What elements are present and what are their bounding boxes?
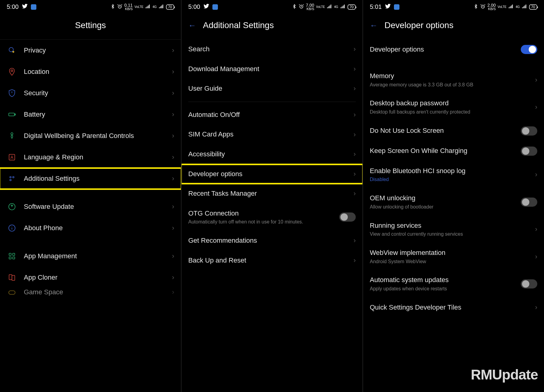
list-item-label: User Guide	[188, 84, 347, 93]
list-item[interactable]: Digital Wellbeing & Parental Controls ›	[0, 125, 181, 147]
page-header: ← Developer options	[363, 13, 544, 39]
settings-list[interactable]: Developer options Memory Average memory …	[363, 39, 544, 392]
list-item[interactable]: Get Recommendations ›	[182, 231, 362, 251]
list-item[interactable]: WebView implementation Android System We…	[363, 243, 544, 270]
list-item[interactable]: Search ›	[182, 39, 362, 59]
list-item[interactable]: SIM Card Apps ›	[182, 125, 362, 144]
list-item[interactable]: Security ›	[0, 82, 181, 104]
app-icon	[394, 4, 399, 10]
chevron-right-icon: ›	[535, 103, 537, 111]
cloner-icon	[7, 272, 17, 283]
list-item[interactable]: Running services View and control curren…	[363, 216, 544, 243]
page-header: Settings	[0, 13, 181, 39]
list-item[interactable]: Back Up and Reset ›	[182, 251, 362, 270]
svg-rect-39	[509, 7, 509, 8]
list-item[interactable]: Desktop backup password Desktop full bac…	[363, 93, 544, 121]
list-item[interactable]: OEM unlocking Allow unlocking of bootloa…	[363, 188, 544, 216]
svg-rect-27	[12, 275, 15, 280]
list-item-subtitle: Desktop full backups aren't currently pr…	[370, 109, 528, 115]
list-item[interactable]: Enable Bluetooth HCI snoop log Disabled …	[363, 161, 544, 188]
list-item-label: Search	[188, 45, 347, 54]
svg-rect-8	[162, 5, 163, 8]
additional-icon	[7, 173, 17, 184]
list-item[interactable]: OTG Connection Automatically turn off wh…	[182, 204, 362, 231]
svg-point-19	[10, 179, 11, 181]
chevron-right-icon: ›	[535, 253, 537, 261]
list-item-label: OEM unlocking	[370, 194, 514, 203]
chevron-right-icon: ›	[354, 65, 356, 73]
list-item[interactable]: Memory Average memory usage is 3.3 GB ou…	[363, 66, 544, 93]
list-item-label: Desktop backup password	[370, 99, 528, 108]
list-item[interactable]: About Phone ›	[0, 217, 181, 239]
toggle-switch[interactable]	[521, 279, 537, 289]
list-item[interactable]: Keep Screen On While Charging	[363, 141, 544, 161]
back-arrow-icon[interactable]: ←	[188, 21, 196, 30]
svg-rect-33	[331, 5, 331, 8]
back-arrow-icon[interactable]: ←	[370, 21, 378, 30]
list-item[interactable]: User Guide ›	[182, 79, 362, 99]
phone-screen-2: 5:00 7.00KB/S VoLTE 4G 70 ← Additional S…	[181, 0, 362, 392]
battery-icon: 70	[529, 4, 537, 10]
language-icon: A	[7, 152, 17, 162]
list-item[interactable]: Location ›	[0, 61, 181, 82]
list-item[interactable]: App Management ›	[0, 245, 181, 267]
list-item[interactable]: Quick Settings Developer Tiles ›	[363, 298, 544, 318]
list-item-label: Automatic On/Off	[188, 111, 347, 119]
list-item-label: Automatic system updates	[370, 276, 514, 285]
chevron-right-icon: ›	[354, 85, 356, 93]
list-item[interactable]: Developer options ›	[182, 164, 362, 184]
svg-rect-35	[342, 6, 342, 8]
svg-rect-44	[523, 6, 524, 8]
toggle-switch[interactable]	[521, 147, 537, 156]
chevron-right-icon: ›	[172, 252, 174, 260]
chevron-right-icon: ›	[172, 274, 174, 281]
update-icon	[7, 201, 17, 212]
chevron-right-icon: ›	[172, 203, 174, 211]
bluetooth-icon	[473, 4, 478, 10]
list-item[interactable]: App Cloner ›	[0, 267, 181, 288]
list-item-subtitle: Automatically turn off when not in use f…	[188, 219, 333, 225]
battery-icon: 70	[166, 4, 174, 10]
list-item[interactable]: Battery ›	[0, 104, 181, 125]
list-item[interactable]: Recent Tasks Manager ›	[182, 184, 362, 204]
chevron-right-icon: ›	[354, 111, 356, 119]
svg-point-9	[9, 48, 13, 52]
toggle-switch[interactable]	[521, 126, 537, 136]
volte-icon: VoLTE	[498, 5, 506, 9]
list-item-label: Recent Tasks Manager	[188, 189, 347, 198]
list-item[interactable]: A Language & Region ›	[0, 147, 181, 168]
settings-list[interactable]: Search › Download Management › User Guid…	[182, 39, 362, 392]
list-item[interactable]: Accessibility ›	[182, 144, 362, 164]
status-time: 5:00	[7, 3, 19, 10]
settings-list[interactable]: Privacy › Location › Security › Battery …	[0, 40, 181, 392]
svg-rect-40	[510, 6, 511, 8]
chevron-right-icon: ›	[535, 76, 537, 84]
signal-icon	[508, 4, 514, 10]
svg-rect-3	[148, 5, 149, 8]
list-item[interactable]: Software Update ›	[0, 196, 181, 217]
phone-screen-1: 5:00 0.11KB/S VoLTE 4G 70 Settings Priva…	[0, 0, 181, 392]
list-item[interactable]: Download Management ›	[182, 59, 362, 79]
list-item[interactable]: Automatic On/Off ›	[182, 105, 362, 125]
chevron-right-icon: ›	[354, 45, 356, 53]
list-item-label: Download Management	[188, 65, 347, 74]
svg-rect-26	[9, 275, 12, 280]
list-item[interactable]: Additional Settings ›	[0, 168, 181, 189]
list-item-subtitle: Allow unlocking of bootloader	[370, 204, 514, 210]
status-data-rate: 0.11KB/S	[124, 3, 133, 11]
list-item[interactable]: Developer options	[363, 39, 544, 60]
chevron-right-icon: ›	[172, 153, 174, 161]
list-item[interactable]: Game Space ›	[0, 288, 181, 299]
list-item[interactable]: Privacy ›	[0, 40, 181, 61]
toggle-switch[interactable]	[339, 212, 356, 222]
list-item[interactable]: Automatic system updates Apply updates w…	[363, 270, 544, 297]
list-item-subtitle: View and control currently running servi…	[370, 231, 528, 238]
list-item-label: Security	[24, 89, 165, 98]
status-time: 5:01	[370, 3, 382, 10]
toggle-switch[interactable]	[521, 45, 537, 54]
toggle-switch[interactable]	[521, 198, 537, 207]
chevron-right-icon: ›	[172, 175, 174, 183]
bluetooth-icon	[292, 4, 297, 10]
svg-rect-30	[327, 7, 328, 8]
list-item[interactable]: Do Not Use Lock Screen	[363, 121, 544, 141]
